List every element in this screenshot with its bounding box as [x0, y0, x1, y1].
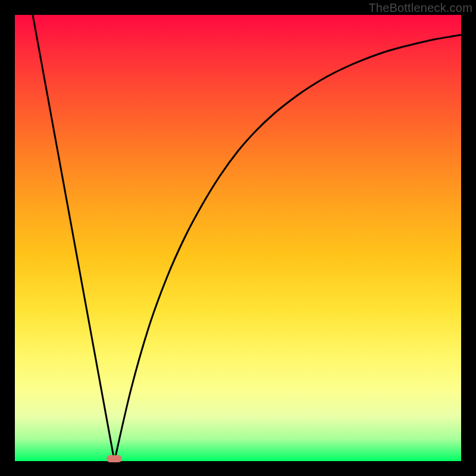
bottleneck-curve: [33, 15, 461, 461]
watermark-text: TheBottleneck.com: [368, 1, 472, 15]
chart-frame: TheBottleneck.com: [0, 0, 476, 476]
curve-svg: [15, 15, 461, 461]
plot-area: [15, 15, 461, 461]
optimal-point-marker: [107, 455, 122, 462]
